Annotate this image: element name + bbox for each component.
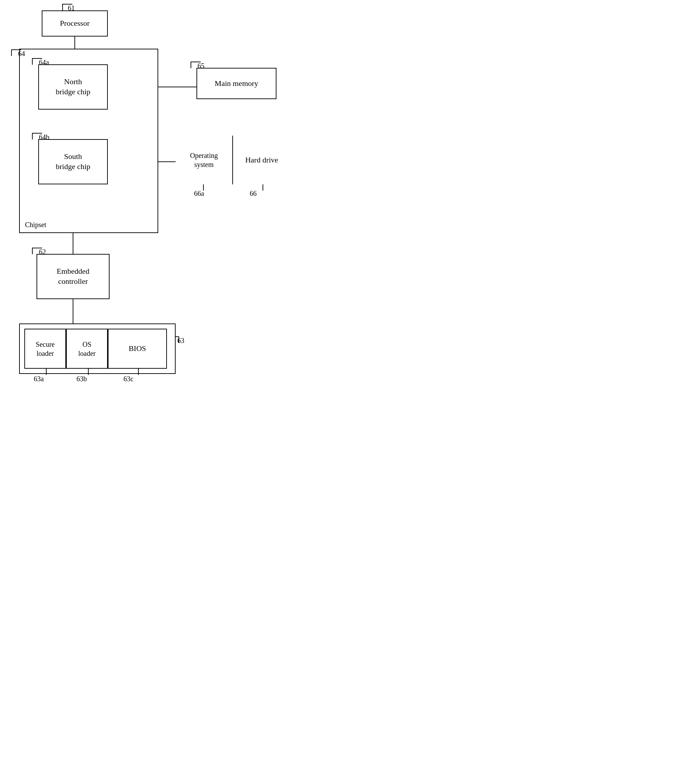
bios-outer-ref-bracket — [175, 336, 180, 344]
south-bridge-label: Southbridge chip — [56, 152, 90, 172]
os-loader-ref: 63b — [77, 375, 87, 383]
north-bridge-ref-bracket — [31, 58, 43, 65]
operating-system-ref: 66a — [194, 190, 204, 198]
secure-loader-ref-line — [45, 369, 48, 375]
main-memory-label: Main memory — [215, 78, 258, 89]
north-bridge-box: Northbridge chip — [38, 64, 108, 110]
north-bridge-label: Northbridge chip — [56, 77, 90, 97]
os-loader-box: OSloader — [66, 329, 108, 369]
south-bridge-box: Southbridge chip — [38, 139, 108, 184]
embedded-controller-box: Embeddedcontroller — [37, 254, 110, 299]
os-loader-label: OSloader — [78, 340, 96, 358]
south-bridge-ref-bracket — [31, 132, 43, 140]
hard-drive-box: Hard drive — [233, 136, 290, 184]
os-loader-ref-line — [87, 369, 90, 375]
main-memory-box: Main memory — [197, 68, 277, 99]
bios-ref-line — [137, 369, 140, 375]
main-memory-ref-bracket — [189, 61, 201, 69]
hard-drive-ref: 66 — [250, 190, 257, 198]
chipset-label: Chipset — [25, 221, 46, 229]
secure-loader-box: Secureloader — [24, 329, 66, 369]
embedded-controller-label: Embeddedcontroller — [57, 267, 89, 286]
hard-drive-label: Hard drive — [245, 155, 278, 165]
secure-loader-ref: 63a — [34, 375, 44, 383]
chipset-ref-bracket — [10, 49, 22, 57]
operating-system-label: Operatingsystem — [190, 151, 218, 169]
embedded-controller-ref-bracket — [31, 247, 43, 255]
bios-label: BIOS — [129, 344, 146, 354]
bios-box: BIOS — [108, 329, 167, 369]
processor-ref-bracket — [59, 3, 73, 11]
os-ref-line — [202, 184, 205, 190]
hd-ref-line — [261, 184, 265, 190]
secure-loader-label: Secureloader — [36, 340, 55, 358]
processor-label: Processor — [60, 18, 90, 28]
processor-box: Processor — [42, 10, 108, 37]
diagram-container: Processor 61 Chipset 64 Northbridge chip… — [0, 0, 350, 392]
bios-ref: 63c — [123, 375, 133, 383]
operating-system-box: Operatingsystem — [176, 136, 233, 184]
